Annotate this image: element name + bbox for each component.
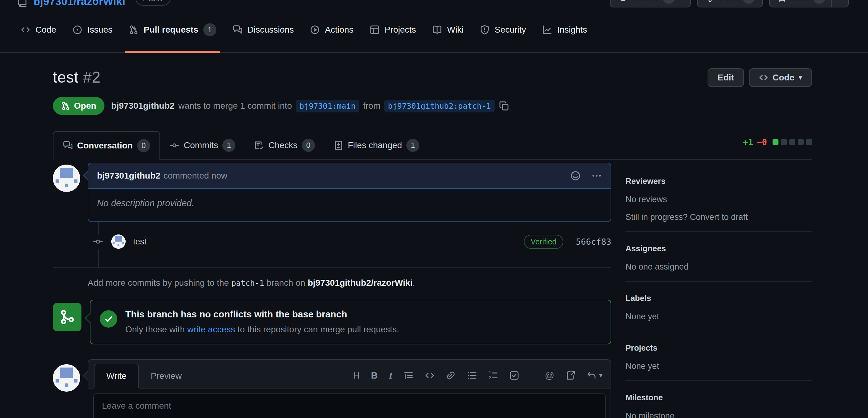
tab-label: Files changed xyxy=(348,140,402,150)
nav-tab-label: Code xyxy=(35,25,56,35)
smiley-icon[interactable] xyxy=(570,171,581,181)
code-dropdown-button[interactable]: Code ▾ xyxy=(749,68,812,87)
mention-icon[interactable]: @ xyxy=(545,371,554,380)
link-icon[interactable] xyxy=(446,371,456,380)
comment-author-link[interactable]: bj97301github2 xyxy=(97,171,160,181)
copy-icon[interactable] xyxy=(499,101,509,111)
nav-tab-insights[interactable]: Insights xyxy=(534,7,595,52)
files-changed-count: 1 xyxy=(406,139,420,152)
nav-tab-issues[interactable]: Issues xyxy=(64,7,121,52)
assignees-heading[interactable]: Assignees xyxy=(625,244,812,253)
cross-reference-icon[interactable] xyxy=(565,371,576,380)
nav-tab-label: Discussions xyxy=(247,25,294,35)
commit-message-link[interactable]: test xyxy=(133,237,147,247)
chevron-down-icon: ▾ xyxy=(679,0,683,1)
star-icon xyxy=(777,0,787,2)
code-icon xyxy=(21,25,30,35)
chevron-down-icon: ▾ xyxy=(799,74,802,81)
timeline-divider xyxy=(53,267,611,268)
nav-tab-wiki[interactable]: Wiki xyxy=(424,7,472,52)
unordered-list-icon[interactable] xyxy=(467,371,477,380)
timeline: test Verified 566cf83 xyxy=(53,222,611,267)
push-note: Add more commits by pushing to the patch… xyxy=(88,278,611,288)
button-divider xyxy=(831,0,832,7)
milestone-value: No milestone xyxy=(625,411,812,418)
milestone-heading[interactable]: Milestone xyxy=(625,393,812,403)
commit-sha-link[interactable]: 566cf83 xyxy=(576,237,611,247)
projects-value: None yet xyxy=(625,361,812,371)
diffstat-block xyxy=(789,139,795,145)
nav-tab-projects[interactable]: Projects xyxy=(362,7,424,52)
comment-discussion-icon xyxy=(63,141,73,151)
write-access-link[interactable]: write access xyxy=(187,324,235,334)
heading-icon[interactable]: H xyxy=(353,371,360,380)
convert-to-draft-link[interactable]: Still in progress? Convert to draft xyxy=(625,212,812,222)
graph-icon xyxy=(542,25,552,35)
fork-label: Fork xyxy=(719,0,738,2)
tab-preview[interactable]: Preview xyxy=(139,364,194,388)
head-branch-label[interactable]: bj97301github2:patch-1 xyxy=(384,100,495,112)
merge-status-title: This branch has no conflicts with the ba… xyxy=(125,309,399,319)
tab-checks[interactable]: Checks 0 xyxy=(245,132,324,159)
tab-files-changed[interactable]: Files changed 1 xyxy=(324,132,429,159)
nav-tab-discussions[interactable]: Discussions xyxy=(224,7,302,52)
projects-heading[interactable]: Projects xyxy=(625,343,812,353)
file-diff-icon xyxy=(334,140,344,150)
tab-write[interactable]: Write xyxy=(94,364,139,388)
bold-icon[interactable]: B xyxy=(371,371,378,380)
sidebar-section-assignees: Assignees No one assigned xyxy=(625,232,812,282)
watch-button[interactable]: Watch 1 ▾ xyxy=(610,0,691,7)
check-icon xyxy=(100,310,117,327)
star-label: Star xyxy=(792,0,808,2)
reviewers-value: No reviews xyxy=(625,195,812,204)
nav-tab-label: Issues xyxy=(87,25,113,35)
base-branch-label[interactable]: bj97301:main xyxy=(296,100,360,112)
kebab-icon[interactable] xyxy=(591,171,602,181)
ordered-list-icon[interactable]: 12 xyxy=(488,371,498,380)
nav-tab-actions[interactable]: Actions xyxy=(302,7,362,52)
editor-tab-strip: Write Preview H B I 12 xyxy=(88,360,611,388)
pr-title-text: test xyxy=(53,69,79,86)
nav-tab-label: Pull requests xyxy=(144,25,198,35)
comment-input[interactable] xyxy=(93,393,606,418)
chevron-down-icon: ▾ xyxy=(837,0,841,1)
commit-avatar[interactable] xyxy=(111,235,126,249)
quote-icon[interactable] xyxy=(404,371,413,380)
nav-tab-pull-requests[interactable]: Pull requests 1 xyxy=(121,7,224,52)
repo-name-link[interactable]: bj97301/razorWiki xyxy=(34,0,125,7)
pr-tabs: Conversation 0 Commits 1 Checks 0 Files … xyxy=(53,132,812,160)
edit-button[interactable]: Edit xyxy=(708,68,744,87)
comment-discussion-icon xyxy=(232,25,243,35)
nav-tab-code[interactable]: Code xyxy=(12,7,64,52)
nav-tab-label: Security xyxy=(495,25,526,35)
pr-title: test #2 xyxy=(53,68,101,86)
diffstat-block xyxy=(781,139,787,145)
reply-icon[interactable]: ▾ xyxy=(587,371,602,380)
git-commit-icon xyxy=(169,140,179,150)
reviewers-heading[interactable]: Reviewers xyxy=(625,176,812,186)
avatar[interactable] xyxy=(53,165,80,192)
repo-icon xyxy=(18,0,28,7)
repo-header: bj97301/razorWiki Public Watch 1 ▾ Fork … xyxy=(0,0,868,7)
verified-badge[interactable]: Verified xyxy=(524,235,563,249)
diffstat-additions: +1 xyxy=(743,137,753,147)
tab-conversation[interactable]: Conversation 0 xyxy=(53,131,160,160)
git-pull-request-icon xyxy=(129,25,138,35)
fork-icon xyxy=(705,0,715,2)
sidebar-section-projects: Projects None yet xyxy=(625,332,812,381)
fork-button[interactable]: Fork 1 xyxy=(697,0,763,7)
tasklist-icon[interactable] xyxy=(509,371,519,380)
nav-tab-security[interactable]: Security xyxy=(472,7,534,52)
tab-commits[interactable]: Commits 1 xyxy=(160,132,245,159)
star-button[interactable]: Star 0 ▾ xyxy=(769,0,849,7)
pr-author-link[interactable]: bj97301github2 xyxy=(111,101,175,111)
tab-label: Conversation xyxy=(77,141,133,151)
editor-body xyxy=(88,388,611,418)
italic-icon[interactable]: I xyxy=(389,371,393,380)
labels-heading[interactable]: Labels xyxy=(625,293,812,303)
code-icon[interactable] xyxy=(425,371,435,380)
avatar xyxy=(53,364,80,392)
nav-tab-label: Wiki xyxy=(447,25,464,35)
commit-row: test Verified 566cf83 xyxy=(53,235,611,249)
svg-text:1: 1 xyxy=(489,371,491,375)
